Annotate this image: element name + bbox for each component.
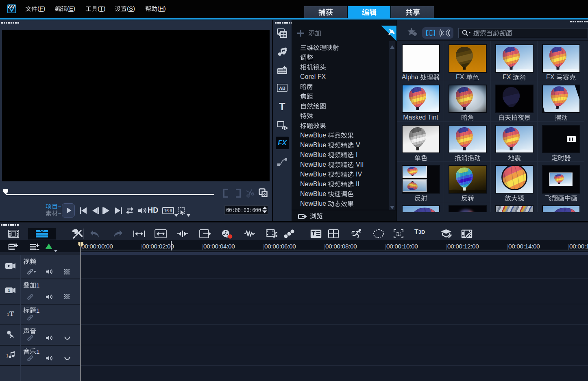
- svg-text:AB: AB: [279, 86, 285, 91]
- svg-text:1: 1: [8, 288, 10, 293]
- svg-text:1: 1: [6, 354, 9, 358]
- svg-text:T: T: [9, 310, 14, 317]
